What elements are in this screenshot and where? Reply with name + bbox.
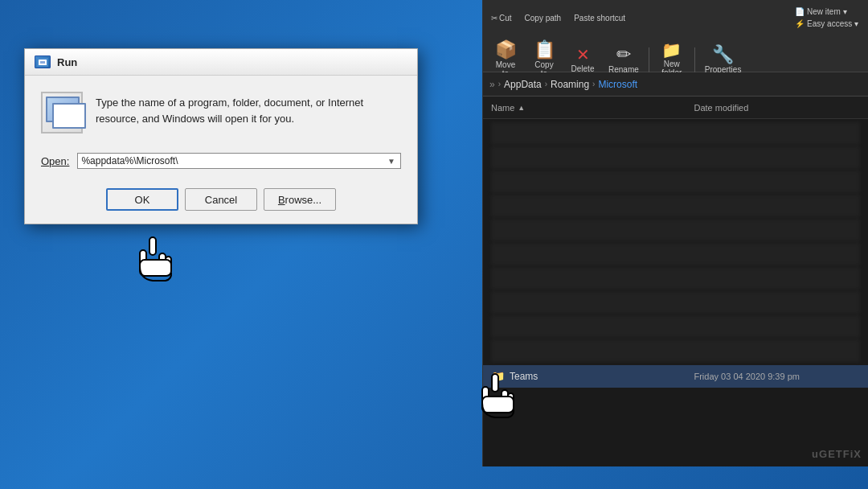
browse-button[interactable]: Browse... xyxy=(264,188,336,211)
blurred-row-5 xyxy=(491,219,860,241)
run-description: Type the name of a program, folder, docu… xyxy=(96,92,401,126)
open-label: Open: xyxy=(41,155,69,167)
easy-access-icon: ⚡ xyxy=(795,19,805,28)
svg-rect-6 xyxy=(166,257,171,269)
folder-icon: 📁 xyxy=(491,370,505,383)
run-buttons: OK Cancel Browse... xyxy=(41,188,401,211)
ribbon-top-row: ✂ Cut Copy path Paste shortcut 📄 New ite… xyxy=(488,3,863,32)
delete-icon: ✕ xyxy=(576,47,590,63)
blurred-file-rows xyxy=(483,119,868,365)
ribbon-side-buttons: 📄 New item ▾ ⚡ Easy access ▾ xyxy=(790,3,863,32)
breadcrumb-microsoft[interactable]: Microsoft xyxy=(598,79,637,90)
copy-icon: 📋 xyxy=(534,41,555,59)
blurred-row-7 xyxy=(491,267,860,290)
new-folder-icon: 📁 xyxy=(661,42,682,58)
sort-arrow: ▲ xyxy=(518,104,525,112)
blurred-row-8 xyxy=(491,291,860,314)
scissors-icon: ✂ xyxy=(491,14,497,23)
blurred-row-9 xyxy=(491,315,860,338)
paste-shortcut-button[interactable]: Paste shortcut xyxy=(571,12,628,24)
table-row[interactable]: 📁 Teams Friday 03 04 2020 9:39 pm xyxy=(483,365,868,388)
svg-rect-3 xyxy=(149,237,156,255)
run-input-row: Open: ▼ xyxy=(41,153,401,169)
properties-icon: 🔧 xyxy=(712,46,734,64)
ribbon: ✂ Cut Copy path Paste shortcut 📄 New ite… xyxy=(483,0,868,72)
blurred-row-3 xyxy=(491,171,860,193)
cancel-button[interactable]: Cancel xyxy=(185,188,257,211)
ok-button[interactable]: OK xyxy=(106,188,178,211)
svg-rect-7 xyxy=(140,260,171,276)
breadcrumb-arrow1: › xyxy=(498,80,501,88)
address-bar[interactable]: » › AppData › Roaming › Microsoft xyxy=(483,72,868,97)
watermark: uGETFiX xyxy=(812,448,862,460)
new-item-button[interactable]: 📄 New item ▾ xyxy=(793,6,860,17)
easy-access-button[interactable]: ⚡ Easy access ▾ xyxy=(793,18,860,29)
file-date-teams: Friday 03 04 2020 9:39 pm xyxy=(694,372,860,381)
breadcrumb: » › AppData › Roaming › Microsoft xyxy=(489,79,637,90)
run-logo xyxy=(41,92,83,134)
file-list: 📁 Teams Friday 03 04 2020 9:39 pm xyxy=(483,119,868,466)
svg-rect-4 xyxy=(140,250,146,266)
cursor-ok xyxy=(130,233,178,291)
blurred-row-2 xyxy=(491,146,860,169)
new-item-icon: 📄 xyxy=(795,7,805,16)
breadcrumb-arrow2: › xyxy=(545,80,547,88)
svg-rect-5 xyxy=(159,253,166,268)
move-icon: 📦 xyxy=(495,41,517,59)
blurred-row-4 xyxy=(491,195,860,217)
run-title: Run xyxy=(57,56,77,68)
breadcrumb-appdata[interactable]: AppData xyxy=(504,79,542,90)
desktop: ✂ Cut Copy path Paste shortcut 📄 New ite… xyxy=(0,0,868,489)
column-headers: Name ▲ Date modified xyxy=(483,97,868,119)
date-column-header[interactable]: Date modified xyxy=(694,103,860,113)
breadcrumb-roaming[interactable]: Roaming xyxy=(551,79,589,90)
cut-button[interactable]: ✂ Cut xyxy=(488,12,515,24)
run-input-wrapper: ▼ xyxy=(77,153,401,169)
copy-path-button[interactable]: Copy path xyxy=(522,12,565,24)
blurred-row-6 xyxy=(491,243,860,265)
run-top-section: Type the name of a program, folder, docu… xyxy=(41,92,401,134)
dropdown-arrow[interactable]: ▼ xyxy=(386,157,397,166)
run-titlebar-icon xyxy=(35,55,51,68)
breadcrumb-arrow3: › xyxy=(592,80,595,88)
run-input-field[interactable] xyxy=(81,155,386,166)
blurred-row-1 xyxy=(491,122,860,145)
name-column-header[interactable]: Name ▲ xyxy=(491,103,694,113)
rename-icon: ✏ xyxy=(616,46,631,64)
blurred-row-10 xyxy=(491,339,860,362)
run-body: Type the name of a program, folder, docu… xyxy=(25,76,417,224)
breadcrumb-nav: » xyxy=(489,79,495,90)
file-name-teams: Teams xyxy=(510,371,694,382)
run-titlebar: Run xyxy=(25,49,417,76)
browse-label: Browse... xyxy=(278,194,321,206)
file-explorer-window: ✂ Cut Copy path Paste shortcut 📄 New ite… xyxy=(482,0,868,466)
svg-rect-2 xyxy=(40,61,45,64)
run-dialog: Run Type the name of a program, folder, … xyxy=(24,48,418,224)
